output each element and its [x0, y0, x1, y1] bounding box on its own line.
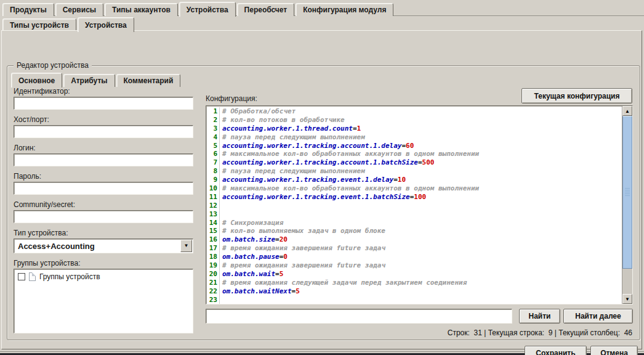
line-content: # время ожидания завершения future задач [220, 261, 385, 270]
chevron-down-icon[interactable]: ▼ [180, 240, 192, 252]
scroll-down-icon[interactable]: ▼ [622, 294, 632, 304]
code-line: 4# пауза перед следующим выполнением [206, 133, 622, 142]
code-line: 14# Синхронизация [206, 219, 622, 227]
device-groups-tree[interactable]: Группы устройств [14, 269, 193, 333]
editor-tab-comment[interactable]: Комментарий [116, 74, 181, 87]
property-key: om.batch.pause [222, 253, 280, 261]
password-field[interactable] [14, 182, 193, 195]
code-line: 21# время ожидания следующей задачи пере… [206, 279, 622, 287]
property-key: accounting.worker.1.tracking.account.1.d… [222, 142, 401, 150]
line-number: 22 [206, 287, 220, 296]
editor-tab-main[interactable]: Основное [11, 73, 62, 88]
line-content: # Обработка/обсчет [220, 107, 296, 116]
host-port-field[interactable] [14, 125, 193, 138]
tab-account-types[interactable]: Типы аккаунтов [105, 3, 178, 16]
identifier-field[interactable] [14, 97, 193, 110]
cancel-button[interactable]: Отмена [590, 346, 638, 355]
line-number: 16 [206, 235, 220, 244]
line-number: 7 [206, 158, 220, 167]
vertical-scrollbar[interactable]: ▲ ▼ [622, 106, 632, 304]
code-line: 9accounting.worker.1.tracking.event.1.de… [206, 176, 622, 184]
find-button[interactable]: Найти [519, 309, 560, 324]
community-secret-field[interactable] [14, 210, 193, 223]
editor-tab-attributes[interactable]: Атрибуты [63, 74, 115, 87]
line-number: 1 [206, 107, 220, 116]
config-editor[interactable]: 1# Обработка/обсчет2# кол-во потоков в о… [206, 105, 633, 304]
tab-module-config[interactable]: Конфигурация модуля [296, 3, 393, 16]
login-field[interactable] [14, 153, 193, 166]
line-content: # пауза перед следующим выполнением [220, 133, 365, 142]
line-content: om.batch.size=20 [220, 235, 288, 244]
code-line: 13 [206, 210, 622, 219]
line-number: 3 [206, 124, 220, 133]
config-code-area[interactable]: 1# Обработка/обсчет2# кол-во потоков в о… [206, 106, 622, 304]
code-line: 2# кол-во потоков в обработчике [206, 116, 622, 124]
code-line: 3accounting.worker.1.thread.count=1 [206, 124, 622, 133]
line-number: 6 [206, 150, 220, 158]
comment-text: # Синхронизация [222, 219, 283, 227]
code-line: 5accounting.worker.1.tracking.account.1.… [206, 142, 622, 150]
code-line: 11accounting.worker.1.tracking.event.1.b… [206, 193, 622, 202]
line-content: accounting.worker.1.thread.count=1 [220, 124, 361, 133]
password-label: Пароль: [14, 172, 193, 180]
device-editor-groupbox: Редактор устройства ОсновноеАтрибутыКомм… [7, 65, 640, 340]
device-type-value: Access+Accounting [14, 242, 180, 251]
scrollbar-thumb[interactable] [622, 116, 632, 269]
subtab-devices[interactable]: Устройства [78, 17, 134, 32]
code-line: 16om.batch.size=20 [206, 235, 622, 244]
device-type-label: Тип устройства: [14, 229, 193, 237]
host-port-label: Хост/порт: [14, 115, 193, 123]
line-content [220, 296, 222, 304]
line-content: accounting.worker.1.tracking.event.1.del… [220, 176, 406, 184]
tab-recalculation[interactable]: Переобсчет [237, 3, 295, 16]
line-content: # кол-во потоков в обработчике [220, 116, 345, 124]
checkbox-icon[interactable] [18, 273, 25, 280]
equals-sign: = [393, 176, 398, 184]
line-number: 4 [206, 133, 220, 142]
line-number: 23 [206, 296, 220, 304]
tab-devices[interactable]: Устройства [179, 2, 236, 17]
line-content: # время ожидания завершения future задач [220, 244, 385, 253]
equals-sign: = [275, 270, 280, 278]
code-line: 12 [206, 202, 622, 210]
property-key: accounting.worker.1.tracking.event.1.del… [222, 176, 393, 184]
identifier-label: Идентификатор: [14, 87, 193, 95]
property-value: 0 [283, 253, 288, 261]
find-next-button[interactable]: Найти далее [563, 309, 633, 324]
line-number: 8 [206, 167, 220, 176]
save-button[interactable]: Сохранить [525, 346, 587, 355]
line-content: accounting.worker.1.tracking.event.1.bat… [220, 193, 426, 202]
tree-item-label: Группы устройств [39, 272, 100, 281]
devices-sub-tab-bar: Типы устройствУстройства [2, 17, 644, 31]
device-type-select[interactable]: Access+Accounting ▼ [14, 239, 193, 253]
property-value: 5 [280, 270, 284, 278]
device-groups-label: Группы устройства: [14, 259, 193, 267]
code-line: 22om.batch.waitNext=5 [206, 287, 622, 296]
code-line: 15# кол-во выполняемых задач в одном бло… [206, 227, 622, 235]
line-number: 20 [206, 270, 220, 279]
tab-products[interactable]: Продукты [2, 3, 54, 16]
line-number: 21 [206, 279, 220, 287]
equals-sign: = [275, 235, 280, 243]
property-key: accounting.worker.1.tracking.account.1.b… [222, 158, 418, 166]
line-number: 12 [206, 202, 220, 210]
scrollbar-track[interactable] [622, 269, 632, 294]
config-label: Конфигурация: [206, 94, 257, 103]
search-input[interactable] [206, 309, 512, 324]
property-key: om.batch.size [222, 235, 275, 243]
current-config-button[interactable]: Текущая конфигурация [521, 88, 632, 104]
editor-inner-tab-bar: ОсновноеАтрибутыКомментарий [11, 72, 182, 87]
property-value: 1 [357, 124, 361, 133]
code-line: 23 [206, 296, 622, 304]
code-line: 10# максимальное кол-во обработанных акк… [206, 184, 622, 193]
subtab-device-types[interactable]: Типы устройств [2, 18, 76, 31]
line-content: om.batch.waitNext=5 [220, 287, 300, 296]
line-number: 5 [206, 142, 220, 150]
tab-services[interactable]: Сервисы [55, 3, 103, 16]
property-value: 10 [398, 176, 406, 184]
line-content [220, 202, 222, 210]
scroll-up-icon[interactable]: ▲ [622, 106, 632, 116]
login-label: Логин: [14, 144, 193, 152]
property-value: 100 [414, 193, 426, 201]
tree-item-device-groups[interactable]: Группы устройств [15, 271, 191, 282]
